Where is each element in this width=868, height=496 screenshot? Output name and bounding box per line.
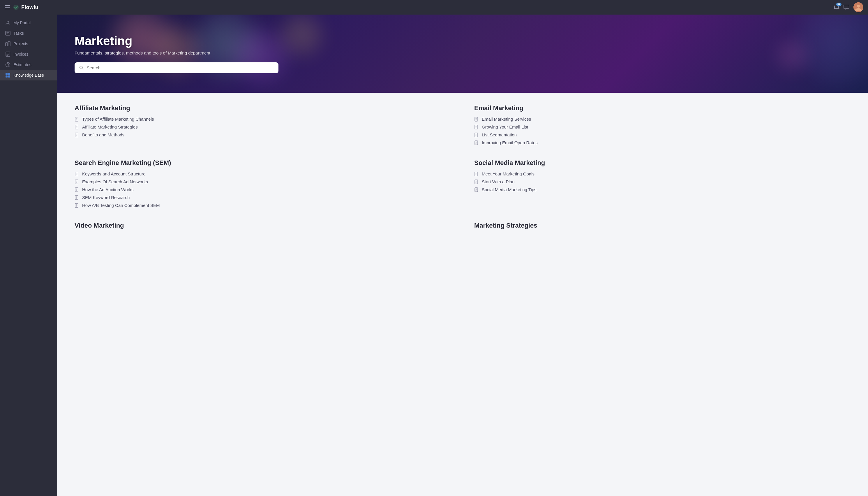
user-avatar[interactable] [853,2,863,12]
category-sem: Search Engine Marketing (SEM) Keywords a… [75,159,451,208]
list-item[interactable]: Start With a Plan [474,179,851,184]
sidebar-item-knowledge-base-label: Knowledge Base [13,73,44,78]
category-affiliate-marketing: Affiliate Marketing Types of Affiliate M… [75,104,451,145]
hero-subtitle: Fundamentals, strategies, methods and to… [75,50,851,56]
doc-icon [75,195,79,200]
topbar: Flowlu 59 [0,0,868,15]
doc-icon [75,133,79,137]
doc-icon [75,172,79,176]
doc-icon [75,180,79,184]
svg-rect-15 [5,76,7,78]
notification-button[interactable]: 59 [834,4,839,11]
notification-badge: 59 [836,3,841,6]
svg-rect-4 [844,5,849,9]
sidebar-item-knowledge-base[interactable]: Knowledge Base [0,70,57,80]
search-icon [79,65,84,70]
doc-icon [474,187,479,192]
search-bar [75,62,278,73]
doc-icon [474,125,479,129]
hero-banner: Marketing Fundamentals, strategies, meth… [57,15,868,93]
category-video-marketing: Video Marketing [75,222,451,234]
svg-rect-13 [5,73,7,75]
svg-rect-8 [5,31,10,35]
category-social-media-marketing: Social Media Marketing Meet Your Marketi… [474,159,851,208]
list-item[interactable]: Growing Your Email List [474,124,851,129]
category-affiliate-marketing-items: Types of Affiliate Marketing Channels Af… [75,117,451,137]
sidebar-item-projects-label: Projects [13,41,28,46]
list-item[interactable]: Improving Email Open Rates [474,140,851,145]
hero-content: Marketing Fundamentals, strategies, meth… [75,34,851,73]
category-sem-items: Keywords and Account Structure Examples … [75,171,451,208]
invoices-icon [5,51,11,57]
list-item[interactable]: Keywords and Account Structure [75,171,451,176]
list-item[interactable]: List Segmentation [474,132,851,137]
category-video-marketing-title: Video Marketing [75,222,451,229]
projects-icon [5,41,11,46]
logo: Flowlu [13,4,38,11]
category-affiliate-marketing-title: Affiliate Marketing [75,104,451,112]
sidebar-item-my-portal[interactable]: My Portal [0,17,57,28]
svg-rect-14 [8,73,10,75]
svg-rect-10 [8,41,10,46]
sidebar-item-tasks-label: Tasks [13,31,24,35]
categories-grid: Affiliate Marketing Types of Affiliate M… [75,104,851,234]
estimates-icon [5,62,11,67]
doc-icon [474,172,479,176]
svg-rect-0 [5,5,10,6]
category-social-media-marketing-items: Meet Your Marketing Goals Start With a P… [474,171,851,192]
categories-area: Affiliate Marketing Types of Affiliate M… [57,93,868,246]
category-email-marketing-title: Email Marketing [474,104,851,112]
main-content: Marketing Fundamentals, strategies, meth… [57,15,868,496]
svg-point-7 [7,21,9,23]
logo-icon [13,4,19,11]
hamburger-button[interactable] [5,5,10,9]
portal-icon [5,20,11,25]
category-email-marketing-items: Email Marketing Services Growing Your Em… [474,117,851,145]
svg-rect-1 [5,7,10,7]
sidebar: My Portal Tasks Projects Invoices [0,15,57,496]
search-input[interactable] [86,65,274,70]
category-email-marketing: Email Marketing Email Marketing Services [474,104,851,145]
list-item[interactable]: Meet Your Marketing Goals [474,171,851,176]
svg-point-6 [857,5,860,7]
category-marketing-strategies-title: Marketing Strategies [474,222,851,229]
tasks-icon [5,31,11,36]
sidebar-item-projects[interactable]: Projects [0,38,57,49]
sidebar-item-invoices[interactable]: Invoices [0,49,57,60]
knowledge-base-icon [5,73,11,78]
list-item[interactable]: Email Marketing Services [474,117,851,122]
category-social-media-marketing-title: Social Media Marketing [474,159,851,167]
svg-rect-9 [5,43,7,46]
svg-rect-16 [8,76,10,78]
app-body: My Portal Tasks Projects Invoices [0,15,868,496]
category-sem-title: Search Engine Marketing (SEM) [75,159,451,167]
sidebar-item-invoices-label: Invoices [13,52,28,57]
list-item[interactable]: Benefits and Methods [75,132,451,137]
sidebar-item-estimates[interactable]: Estimates [0,60,57,70]
sidebar-item-my-portal-label: My Portal [13,20,31,25]
sidebar-item-estimates-label: Estimates [13,62,31,67]
logo-text: Flowlu [21,4,38,11]
doc-icon [75,117,79,122]
list-item[interactable]: Affiliate Marketing Strategies [75,124,451,129]
doc-icon [75,187,79,192]
list-item[interactable]: SEM Keyword Research [75,195,451,200]
list-item[interactable]: How the Ad Auction Works [75,187,451,192]
list-item[interactable]: Examples Of Search Ad Networks [75,179,451,184]
list-item[interactable]: Social Media Marketing Tips [474,187,851,192]
doc-icon [75,203,79,208]
doc-icon [474,117,479,122]
svg-point-3 [13,5,19,10]
hero-title: Marketing [75,34,851,48]
doc-icon [474,133,479,137]
list-item[interactable]: Types of Affiliate Marketing Channels [75,117,451,122]
topbar-left: Flowlu [5,4,38,11]
sidebar-item-tasks[interactable]: Tasks [0,28,57,38]
category-marketing-strategies: Marketing Strategies [474,222,851,234]
doc-icon [474,140,479,145]
doc-icon [75,125,79,129]
topbar-right: 59 [834,2,863,12]
list-item[interactable]: How A/B Testing Can Complement SEM [75,203,451,208]
doc-icon [474,180,479,184]
messages-button[interactable] [843,4,849,10]
